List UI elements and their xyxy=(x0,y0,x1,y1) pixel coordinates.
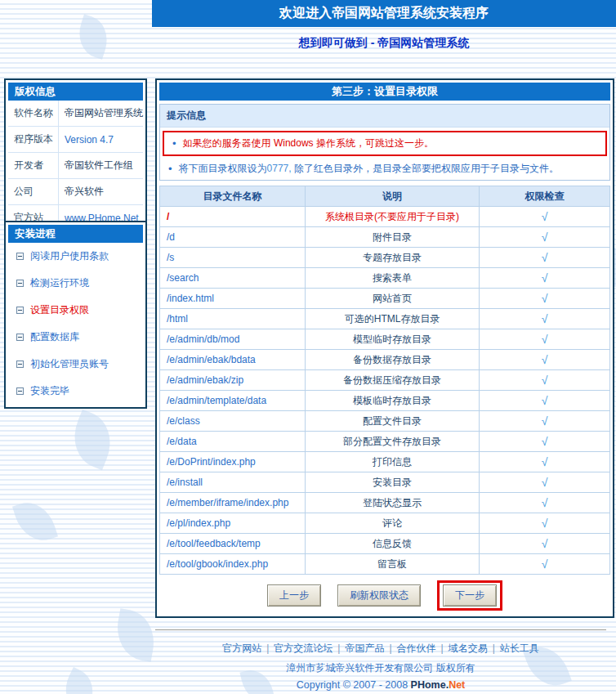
progress-items: 阅读用户使用条款检测运行环境设置目录权限配置数据库初始化管理员账号安装完毕 xyxy=(8,243,143,405)
collapse-icon xyxy=(16,360,24,368)
copyright-label: 公司 xyxy=(8,179,59,204)
directory-link[interactable]: / xyxy=(167,211,169,222)
description-cell: 安装目录 xyxy=(306,472,480,493)
copyright-value-link[interactable]: Version 4.7 xyxy=(59,128,114,151)
progress-item[interactable]: 设置目录权限 xyxy=(8,297,143,324)
directory-link[interactable]: /e/tool/gbook/index.php xyxy=(167,558,268,570)
table-column-header: 权限检查 xyxy=(480,186,610,207)
directory-link[interactable]: /s xyxy=(167,252,174,263)
table-row: /e/tool/feedback/temp信息反馈√ xyxy=(160,534,610,554)
copyright-value: 帝国网站管理系统 xyxy=(59,101,143,126)
directory-cell: /e/admin/ebak/bdata xyxy=(160,350,306,370)
step-title: 第三步：设置目录权限 xyxy=(159,83,610,101)
table-row: /e/data部分配置文件存放目录√ xyxy=(160,432,610,452)
progress-item-label-current[interactable]: 设置目录权限 xyxy=(30,303,89,317)
table-row: /e/install安装目录√ xyxy=(160,472,610,493)
copyright-row: 程序版本Version 4.7 xyxy=(8,127,143,153)
copyright-value: 帝兴软件 xyxy=(59,179,104,204)
description-cell: 打印信息 xyxy=(306,452,480,472)
directory-link[interactable]: /e/admin/ebak/zip xyxy=(167,374,243,386)
install-progress-panel: 安装进程 阅读用户使用条款检测运行环境设置目录权限配置数据库初始化管理员账号安装… xyxy=(4,221,147,409)
footer-link-separator: | xyxy=(337,643,340,654)
step-panel: 第三步：设置目录权限 提示信息 • 如果您的服务器使用 Windows 操作系统… xyxy=(155,78,614,618)
wizard-buttons: 上一步 刷新权限状态 下一步 xyxy=(159,575,610,614)
page-title-text: 欢迎进入帝国网站管理系统安装程序 xyxy=(279,5,489,22)
table-row: /e/admin/template/data模板临时存放目录√ xyxy=(160,391,610,411)
permission-check-mark: √ xyxy=(480,513,610,534)
footer-link[interactable]: 站长工具 xyxy=(500,643,539,654)
table-column-header: 目录文件名称 xyxy=(160,186,306,207)
description-cell: 备份数据压缩存放目录 xyxy=(306,370,480,391)
permission-check-mark: √ xyxy=(480,268,610,289)
progress-item[interactable]: 安装完毕 xyxy=(8,378,143,405)
footer-links: 官方网站|官方交流论坛|帝国产品|合作伙伴|域名交易|站长工具 xyxy=(155,642,606,656)
highlight-box-windows-tip: • 如果您的服务器使用 Windows 操作系统，可跳过这一步。 xyxy=(163,131,607,156)
description-cell: 评论 xyxy=(306,513,480,534)
progress-item-label[interactable]: 检测运行环境 xyxy=(30,276,89,290)
progress-item-label[interactable]: 初始化管理员账号 xyxy=(30,357,109,371)
refresh-permission-button[interactable]: 刷新权限状态 xyxy=(337,584,421,607)
directory-link[interactable]: /d xyxy=(167,231,175,243)
description-cell: 可选的HTML存放目录 xyxy=(306,309,480,329)
brand-name: PHome. xyxy=(411,679,449,691)
directory-link[interactable]: /html xyxy=(167,313,188,325)
directory-link[interactable]: /e/tool/feedback/temp xyxy=(167,538,261,549)
progress-item[interactable]: 配置数据库 xyxy=(8,324,143,351)
table-row: /d附件目录√ xyxy=(160,227,610,248)
directory-link[interactable]: /e/DoPrint/index.php xyxy=(167,456,256,468)
directory-link[interactable]: /e/data xyxy=(167,436,197,447)
tip-permission-text: 将下面目录权限设为0777, 除了红色目录外，是目录全部要把权限应用于子目录与文… xyxy=(179,162,559,176)
leaf-decoration xyxy=(73,14,114,59)
permission-check-mark: √ xyxy=(480,391,610,411)
copyright-info-panel: 版权信息 软件名称帝国网站管理系统程序版本Version 4.7开发者帝国软件工… xyxy=(4,78,147,235)
footer-link[interactable]: 帝国产品 xyxy=(345,643,384,654)
footer-link[interactable]: 官方交流论坛 xyxy=(274,643,333,654)
description-cell: 登陆状态显示 xyxy=(306,493,480,513)
description-cell: 附件目录 xyxy=(306,227,480,248)
footer-link[interactable]: 域名交易 xyxy=(449,643,488,654)
progress-item[interactable]: 检测运行环境 xyxy=(8,270,143,297)
directory-link[interactable]: /e/admin/ebak/bdata xyxy=(167,354,256,365)
collapse-icon xyxy=(16,253,24,260)
progress-item-label[interactable]: 配置数据库 xyxy=(30,330,79,344)
progress-item[interactable]: 阅读用户使用条款 xyxy=(8,243,143,270)
directory-link[interactable]: /index.html xyxy=(167,293,214,304)
directory-cell: /s xyxy=(160,248,306,268)
footer-link[interactable]: 官方网站 xyxy=(222,643,261,654)
directory-cell: /e/data xyxy=(160,432,306,452)
description-cell: 部分配置文件存放目录 xyxy=(306,432,480,452)
directory-link[interactable]: /e/admin/db/mod xyxy=(167,334,239,345)
collapse-icon xyxy=(16,280,24,287)
directory-cell: /e/admin/ebak/zip xyxy=(160,370,306,391)
directory-cell: /index.html xyxy=(160,289,306,309)
copyright-label: 软件名称 xyxy=(8,101,59,126)
next-step-button[interactable]: 下一步 xyxy=(443,584,497,607)
directory-link[interactable]: /e/pl/index.php xyxy=(167,517,230,529)
progress-item-label[interactable]: 安装完毕 xyxy=(30,384,69,398)
copyright-rows: 软件名称帝国网站管理系统程序版本Version 4.7开发者帝国软件工作组公司帝… xyxy=(8,101,143,231)
footer-link[interactable]: 合作伙伴 xyxy=(397,643,436,654)
directory-link[interactable]: /e/install xyxy=(167,477,203,488)
leaf-decoration xyxy=(12,496,58,547)
progress-item-label[interactable]: 阅读用户使用条款 xyxy=(30,249,109,263)
tips-box: 提示信息 • 如果您的服务器使用 Windows 操作系统，可跳过这一步。 • … xyxy=(159,104,610,181)
table-row: /e/tool/gbook/index.php留言板√ xyxy=(160,554,610,575)
directory-link[interactable]: /e/class xyxy=(167,415,200,427)
directory-link[interactable]: /e/member/iframe/index.php xyxy=(167,497,288,508)
permission-check-mark: √ xyxy=(480,248,610,268)
leaf-decoration xyxy=(57,667,101,694)
copyright-row: 公司帝兴软件 xyxy=(8,179,143,205)
bullet-icon: • xyxy=(168,163,172,175)
directory-link[interactable]: /search xyxy=(167,272,199,284)
prev-step-button[interactable]: 上一步 xyxy=(267,584,321,607)
directory-link[interactable]: /e/admin/template/data xyxy=(167,395,266,406)
tips-title: 提示信息 xyxy=(160,105,609,128)
permission-check-mark: √ xyxy=(480,452,610,472)
progress-item[interactable]: 初始化管理员账号 xyxy=(8,351,143,378)
directory-cell: /e/install xyxy=(160,472,306,493)
copyright-row: 开发者帝国软件工作组 xyxy=(8,153,143,179)
permission-check-mark: √ xyxy=(480,493,610,513)
copyright-panel-title: 版权信息 xyxy=(8,83,143,101)
slogan: 想到即可做到 - 帝国网站管理系统 xyxy=(152,36,616,51)
description-cell: 系统根目录(不要应用于子目录) xyxy=(306,207,480,227)
